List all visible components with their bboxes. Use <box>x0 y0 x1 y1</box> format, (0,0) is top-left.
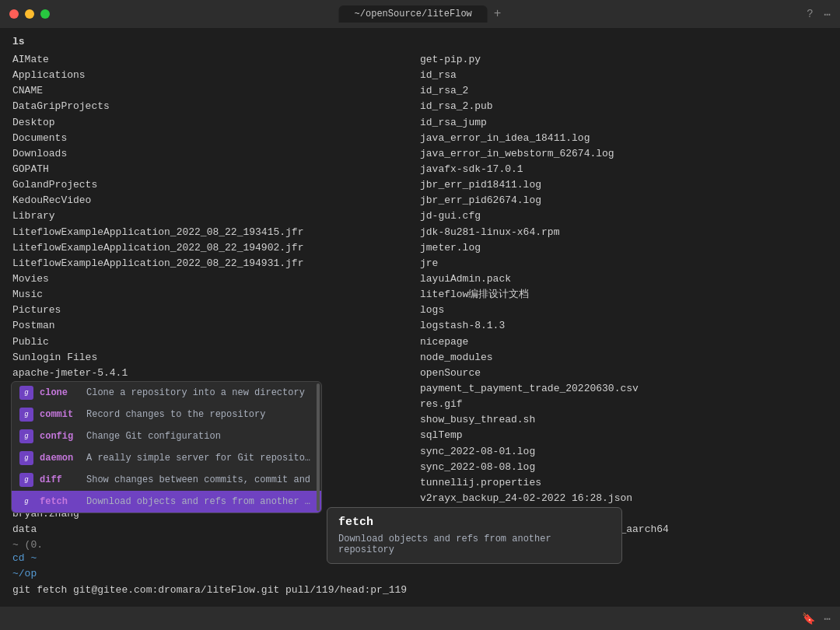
more-options-icon[interactable]: ⋯ <box>824 8 831 21</box>
list-item: Public <box>12 334 420 350</box>
list-item: logstash-8.1.3 <box>420 318 828 334</box>
list-item: jdk-8u281-linux-x64.rpm <box>420 225 828 240</box>
ac-cmd-label: fetch <box>40 496 80 507</box>
list-item: CNAME <box>12 83 420 99</box>
traffic-lights <box>9 9 50 19</box>
list-item: Music <box>12 287 420 303</box>
list-item: id_rsa_jump <box>420 115 828 131</box>
list-item: get-pip.py <box>420 52 828 68</box>
autocomplete-item-config[interactable]: gconfigChange Git configuration <box>12 425 321 447</box>
list-item: KedouRecVideo <box>12 193 420 208</box>
list-item: GolandProjects <box>12 177 420 193</box>
list-item: jbr_err_pid18411.log <box>420 177 828 193</box>
list-item: LiteflowExampleApplication_2022_08_22_19… <box>12 240 420 256</box>
list-item: AIMate <box>12 52 420 68</box>
list-item: openSource <box>420 366 828 381</box>
list-item: node_modules <box>420 350 828 366</box>
list-item: javafx-sdk-17.0.1 <box>420 162 828 177</box>
bookmark-icon[interactable]: 🔖 <box>802 612 815 625</box>
terminal: ls AIMateApplicationsCNAMEDataGripProjec… <box>0 28 840 607</box>
titlebar-icons-right: ? ⋯ <box>807 8 831 21</box>
git-icon: g <box>19 495 33 509</box>
list-item: GOPATH <box>12 162 420 177</box>
git-icon: g <box>19 473 33 487</box>
list-item: res.gif <box>420 397 828 412</box>
list-item: LiteflowExampleApplication_2022_08_22_19… <box>12 256 420 271</box>
list-item: nicepage <box>420 334 828 350</box>
autocomplete-item-clone[interactable]: gcloneClone a repository into a new dire… <box>12 382 321 404</box>
autocomplete-item-diff[interactable]: gdiffShow changes between commits, commi… <box>12 469 321 491</box>
titlebar: ~/openSource/liteFlow + ? ⋯ <box>0 0 840 28</box>
list-item: Library <box>12 208 420 224</box>
list-item: Applications <box>12 68 420 83</box>
titlebar-tab[interactable]: ~/openSource/liteFlow <box>339 5 488 23</box>
autocomplete-scrollbar[interactable] <box>317 383 320 511</box>
list-item: sqlTemp <box>420 428 828 443</box>
list-item: java_error_in_idea_18411.log <box>420 131 828 146</box>
ac-desc-label: Change Git configuration <box>86 431 221 442</box>
list-item: tunnellij.properties <box>420 475 828 491</box>
git-status-line: ~/op <box>12 566 828 583</box>
ac-cmd-label: daemon <box>40 453 80 464</box>
close-button[interactable] <box>9 9 19 19</box>
autocomplete-item-daemon[interactable]: gdaemonA really simple server for Git re… <box>12 447 321 469</box>
list-item: sync_2022-08-01.log <box>420 444 828 460</box>
list-item: java_error_in_webstorm_62674.log <box>420 146 828 162</box>
list-item: apache-jmeter-5.4.1 <box>12 366 420 381</box>
git-icon: g <box>19 386 33 400</box>
list-item: Desktop <box>12 115 420 131</box>
autocomplete-item-fetch[interactable]: gfetchDownload objects and refs from ano… <box>12 491 321 513</box>
list-item: logs <box>420 303 828 318</box>
ac-desc-label: Clone a repository into a new directory <box>86 387 305 398</box>
list-item: jbr_err_pid62674.log <box>420 193 828 208</box>
maximize-button[interactable] <box>40 9 50 19</box>
list-item: payment_t_payment_trade_20220630.csv <box>420 381 828 397</box>
git-command-line: git fetch git@gitee.com:dromara/liteFlow… <box>12 583 828 599</box>
fetch-tooltip: fetch Download objects and refs from ano… <box>327 507 622 564</box>
autocomplete-dropdown[interactable]: gcloneClone a repository into a new dire… <box>11 381 322 513</box>
prompt-path: ~/op <box>12 568 37 579</box>
list-item: Postman <box>12 318 420 334</box>
list-item: v2rayx_backup_24-02-2022 16:28.json <box>420 491 828 506</box>
list-item: Sunlogin Files <box>12 350 420 366</box>
tooltip-title: fetch <box>338 516 611 529</box>
list-item: liteflow编排设计文档 <box>420 287 828 303</box>
git-icon: g <box>19 451 33 465</box>
ac-cmd-label: clone <box>40 387 80 398</box>
help-icon[interactable]: ? <box>807 8 813 20</box>
list-item: show_busy_thread.sh <box>420 412 828 428</box>
list-item: layuiAdmin.pack <box>420 271 828 287</box>
autocomplete-item-commit[interactable]: gcommitRecord changes to the repository <box>12 404 321 425</box>
ac-desc-label: A really simple server for Git repositor… <box>86 453 313 464</box>
ls-command: ls <box>12 36 828 47</box>
minimize-button[interactable] <box>25 9 34 19</box>
git-icon: g <box>19 408 33 422</box>
ac-cmd-label: diff <box>40 474 80 485</box>
statusbar-more-icon[interactable]: ⋯ <box>824 612 831 625</box>
list-item: id_rsa_2.pub <box>420 99 828 114</box>
ac-desc-label: Record changes to the repository <box>86 409 265 420</box>
file-col-right: get-pip.pyid_rsaid_rsa_2id_rsa_2.pubid_r… <box>420 52 828 536</box>
statusbar: 🔖 ⋯ <box>0 607 840 630</box>
list-item: Pictures <box>12 303 420 318</box>
list-item: id_rsa_2 <box>420 83 828 99</box>
list-item: Downloads <box>12 146 420 162</box>
tooltip-description: Download objects and refs from another r… <box>338 534 611 555</box>
git-icon: g <box>19 429 33 443</box>
cd-prompt: cd ~ <box>12 551 37 567</box>
ac-desc-label: Download objects and refs from another r… <box>86 496 313 507</box>
list-item: DataGripProjects <box>12 99 420 114</box>
ac-desc-label: Show changes between commits, commit and <box>86 474 310 485</box>
list-item: Movies <box>12 271 420 287</box>
titlebar-title: ~/openSource/liteFlow + <box>339 5 502 23</box>
ac-cmd-label: commit <box>40 409 80 420</box>
list-item: id_rsa <box>420 68 828 83</box>
list-item: sync_2022-08-08.log <box>420 460 828 475</box>
ac-cmd-label: config <box>40 431 80 442</box>
list-item: jd-gui.cfg <box>420 208 828 224</box>
statusbar-icons: 🔖 ⋯ <box>802 612 831 625</box>
list-item: LiteflowExampleApplication_2022_08_22_19… <box>12 225 420 240</box>
list-item: jmeter.log <box>420 240 828 256</box>
list-item: Documents <box>12 131 420 146</box>
new-tab-button[interactable]: + <box>494 7 502 21</box>
